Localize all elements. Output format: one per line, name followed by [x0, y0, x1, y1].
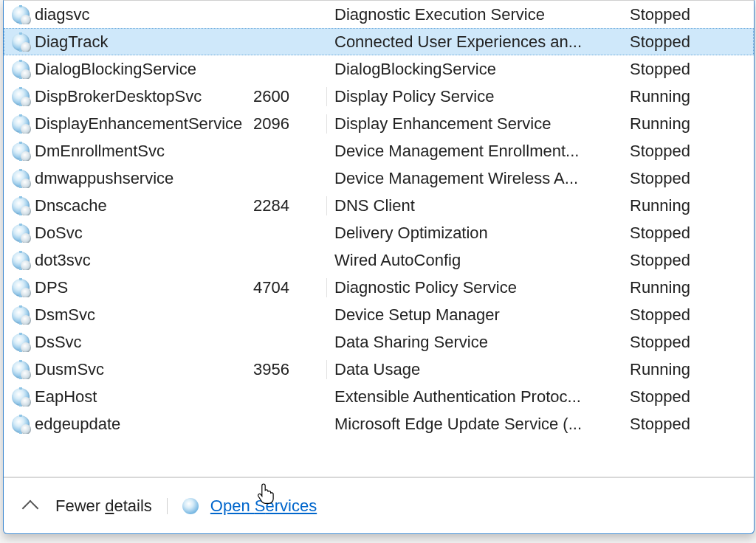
footer-bar: Fewer details Open Services: [4, 477, 754, 533]
service-status: Stopped: [621, 224, 754, 243]
service-pid: 2096: [253, 114, 327, 134]
service-row[interactable]: DsmSvcDevice Setup ManagerStopped: [4, 301, 754, 328]
service-row[interactable]: DialogBlockingServiceDialogBlockingServi…: [4, 55, 754, 83]
service-status: Running: [621, 87, 754, 106]
service-status: Running: [621, 278, 754, 297]
service-row[interactable]: Dnscache2284DNS ClientRunning: [4, 192, 754, 219]
service-status: Running: [621, 360, 754, 379]
service-pid: 2284: [253, 196, 327, 215]
service-row[interactable]: DispBrokerDesktopSvc2600Display Policy S…: [4, 83, 754, 110]
service-desc: Display Enhancement Service: [327, 114, 621, 134]
service-desc: Display Policy Service: [327, 87, 621, 106]
service-name: DialogBlockingService: [35, 60, 196, 79]
service-icon: [12, 224, 30, 242]
service-row[interactable]: DPS4704Diagnostic Policy ServiceRunning: [4, 274, 754, 301]
service-row[interactable]: DisplayEnhancementService2096Display Enh…: [4, 110, 754, 137]
service-pid: 2600: [253, 87, 327, 106]
service-desc: Diagnostic Execution Service: [327, 5, 621, 24]
service-desc: Wired AutoConfig: [327, 251, 621, 270]
service-status: Stopped: [621, 142, 754, 161]
service-name: EapHost: [35, 387, 97, 407]
service-desc: Data Sharing Service: [327, 333, 621, 352]
service-status: Stopped: [621, 169, 754, 188]
service-desc: Microsoft Edge Update Service (...: [327, 415, 621, 434]
service-desc: DNS Client: [327, 196, 621, 215]
service-icon: [12, 279, 30, 297]
service-status: Stopped: [621, 333, 754, 352]
service-desc: DialogBlockingService: [327, 60, 621, 79]
task-manager-window: diagsvcDiagnostic Execution ServiceStopp…: [3, 0, 755, 534]
fewer-details-button[interactable]: Fewer details: [55, 497, 152, 516]
service-status: Stopped: [621, 32, 754, 52]
service-row[interactable]: DmEnrollmentSvcDevice Management Enrollm…: [4, 137, 754, 165]
service-name: DispBrokerDesktopSvc: [35, 87, 202, 106]
service-name: DiagTrack: [35, 32, 108, 52]
service-name: DisplayEnhancementService: [35, 114, 242, 134]
service-row[interactable]: edgeupdateMicrosoft Edge Update Service …: [4, 410, 754, 437]
service-status: Stopped: [621, 5, 754, 24]
service-row[interactable]: dot3svcWired AutoConfigStopped: [4, 246, 754, 274]
services-list[interactable]: diagsvcDiagnostic Execution ServiceStopp…: [4, 1, 754, 477]
service-row[interactable]: DoSvcDelivery OptimizationStopped: [4, 219, 754, 246]
service-name: DsmSvc: [35, 305, 95, 325]
service-status: Stopped: [621, 415, 754, 434]
service-row[interactable]: DiagTrackConnected User Experiences an..…: [4, 28, 754, 55]
service-icon: [12, 306, 30, 324]
service-status: Running: [621, 196, 754, 215]
service-status: Running: [621, 114, 754, 134]
service-icon: [12, 115, 30, 133]
service-name: DmEnrollmentSvc: [35, 142, 165, 161]
service-name: DoSvc: [35, 224, 83, 243]
service-status: Stopped: [621, 305, 754, 325]
service-icon: [12, 142, 30, 160]
service-icon: [12, 388, 30, 406]
service-pid: 3956: [253, 360, 327, 379]
service-status: Stopped: [621, 60, 754, 79]
service-row[interactable]: diagsvcDiagnostic Execution ServiceStopp…: [4, 1, 754, 28]
chevron-up-icon[interactable]: [22, 499, 39, 516]
service-icon: [12, 6, 30, 24]
service-name: dot3svc: [35, 251, 91, 270]
service-row[interactable]: DusmSvc3956Data UsageRunning: [4, 356, 754, 383]
service-name: DusmSvc: [35, 360, 104, 379]
service-desc: Delivery Optimization: [327, 224, 621, 243]
service-desc: Device Management Enrollment...: [327, 142, 621, 161]
service-status: Stopped: [621, 387, 754, 407]
service-icon: [12, 415, 30, 433]
service-icon: [12, 170, 30, 187]
service-row[interactable]: EapHostExtensible Authentication Protoc.…: [4, 383, 754, 410]
service-name: edgeupdate: [35, 415, 120, 434]
service-pid: 4704: [253, 278, 327, 297]
service-icon: [12, 333, 30, 351]
service-row[interactable]: DsSvcData Sharing ServiceStopped: [4, 328, 754, 356]
service-desc: Device Management Wireless A...: [327, 169, 621, 188]
open-services-link[interactable]: Open Services: [210, 497, 317, 516]
service-name: DPS: [35, 278, 68, 297]
service-name: dmwappushservice: [35, 169, 173, 188]
service-icon: [12, 88, 30, 106]
service-name: diagsvc: [35, 5, 90, 24]
separator: [167, 498, 168, 514]
service-icon: [12, 361, 30, 378]
service-desc: Connected User Experiences an...: [327, 32, 621, 52]
service-icon: [12, 33, 30, 51]
service-desc: Diagnostic Policy Service: [327, 278, 621, 297]
service-desc: Extensible Authentication Protoc...: [327, 387, 621, 407]
service-icon: [12, 60, 30, 78]
service-row[interactable]: dmwappushserviceDevice Management Wirele…: [4, 165, 754, 192]
service-name: Dnscache: [35, 196, 107, 215]
service-icon: [12, 252, 30, 269]
service-desc: Data Usage: [327, 360, 621, 379]
service-status: Stopped: [621, 251, 754, 270]
services-icon: [182, 498, 199, 514]
service-desc: Device Setup Manager: [327, 305, 621, 325]
service-icon: [12, 197, 30, 215]
service-name: DsSvc: [35, 333, 82, 352]
